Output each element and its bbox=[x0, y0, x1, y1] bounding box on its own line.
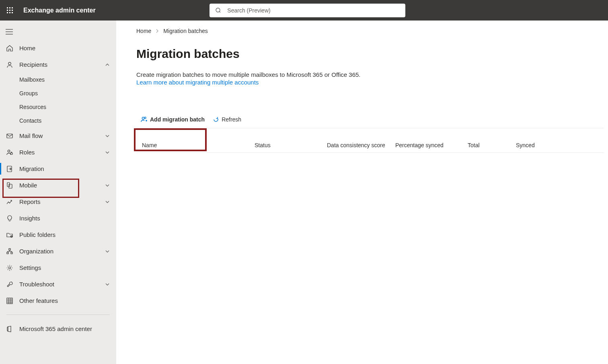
sidebar-item-label: Microsoft 365 admin center bbox=[19, 325, 111, 332]
svg-rect-6 bbox=[7, 12, 8, 13]
add-migration-batch-button[interactable]: Add migration batch bbox=[140, 116, 205, 123]
migration-icon bbox=[6, 165, 14, 173]
mail-icon bbox=[6, 132, 14, 140]
sidebar-item-mailflow[interactable]: Mail flow bbox=[0, 128, 116, 144]
sidebar-item-label: Resources bbox=[19, 104, 111, 110]
breadcrumb: Home Migration batches bbox=[136, 28, 608, 34]
sidebar-item-label: Roles bbox=[19, 149, 104, 156]
m365-icon bbox=[6, 325, 14, 333]
sidebar-item-recipients[interactable]: Recipients bbox=[0, 56, 116, 73]
app-title: Exchange admin center bbox=[23, 7, 96, 14]
chevron-down-icon bbox=[104, 182, 111, 189]
sidebar-item-label: Contacts bbox=[19, 117, 111, 124]
svg-rect-22 bbox=[9, 249, 10, 250]
svg-rect-24 bbox=[11, 252, 12, 254]
svg-rect-1 bbox=[9, 7, 10, 8]
reports-icon bbox=[6, 198, 14, 206]
svg-point-25 bbox=[9, 267, 11, 269]
app-launcher-button[interactable] bbox=[4, 4, 16, 16]
button-label: Refresh bbox=[222, 116, 241, 123]
breadcrumb-home-link[interactable]: Home bbox=[136, 28, 151, 34]
sidebar-item-publicfolders[interactable]: Public folders bbox=[0, 226, 116, 243]
page-description: Create migration batches to move multipl… bbox=[136, 71, 608, 78]
waffle-icon bbox=[7, 7, 13, 14]
svg-point-31 bbox=[142, 117, 144, 119]
folders-icon bbox=[6, 231, 14, 239]
table-header-row: Name Status Data consistency score Perce… bbox=[136, 138, 604, 153]
hamburger-icon bbox=[6, 29, 13, 35]
svg-rect-5 bbox=[12, 10, 13, 11]
sidebar-item-label: Mobile bbox=[19, 182, 104, 189]
sidebar-item-label: Settings bbox=[19, 264, 111, 271]
sidebar-item-resources[interactable]: Resources bbox=[0, 100, 116, 114]
sidebar-item-label: Reports bbox=[19, 198, 104, 205]
sidebar-item-label: Organization bbox=[19, 248, 104, 255]
sidebar-item-label: Other features bbox=[19, 297, 111, 304]
org-icon bbox=[6, 247, 14, 255]
table-header-name[interactable]: Name bbox=[142, 142, 255, 148]
main-content: Home Migration batches Migration batches… bbox=[116, 21, 608, 364]
grid-icon bbox=[6, 297, 14, 305]
sidebar-item-settings[interactable]: Settings bbox=[0, 259, 116, 276]
table-header-total[interactable]: Total bbox=[468, 142, 516, 148]
table-header-percentage[interactable]: Percentage synced bbox=[395, 142, 468, 148]
mobile-icon bbox=[6, 181, 14, 189]
command-bar: Add migration batch Refresh bbox=[136, 111, 604, 128]
sidebar-item-groups[interactable]: Groups bbox=[0, 86, 116, 100]
sidebar-item-label: Mailboxes bbox=[19, 76, 111, 83]
insights-icon bbox=[6, 214, 14, 222]
svg-rect-7 bbox=[9, 12, 10, 13]
sidebar-item-m365-admin[interactable]: Microsoft 365 admin center bbox=[0, 321, 116, 337]
sidebar-item-reports[interactable]: Reports bbox=[0, 193, 116, 210]
sidebar-item-label: Groups bbox=[19, 90, 111, 97]
table-header-synced[interactable]: Synced bbox=[516, 142, 564, 148]
troubleshoot-icon bbox=[6, 280, 14, 288]
nav-toggle-button[interactable] bbox=[0, 24, 116, 40]
sidebar-item-label: Insights bbox=[19, 215, 111, 222]
chevron-down-icon bbox=[104, 133, 111, 139]
top-app-bar: Exchange admin center bbox=[0, 0, 608, 21]
sidebar-divider bbox=[6, 315, 110, 315]
sidebar-item-label: Migration bbox=[19, 165, 111, 172]
search-container bbox=[210, 4, 405, 17]
breadcrumb-current: Migration batches bbox=[163, 28, 208, 34]
chevron-down-icon bbox=[104, 281, 111, 288]
roles-icon bbox=[6, 148, 14, 156]
sidebar-item-home[interactable]: Home bbox=[0, 40, 116, 56]
migration-batches-table: Name Status Data consistency score Perce… bbox=[136, 138, 604, 153]
home-icon bbox=[6, 44, 14, 52]
svg-line-10 bbox=[220, 11, 221, 12]
page-title: Migration batches bbox=[136, 47, 608, 61]
table-header-status[interactable]: Status bbox=[255, 142, 327, 148]
refresh-button[interactable]: Refresh bbox=[213, 116, 241, 123]
sidebar-item-roles[interactable]: Roles bbox=[0, 144, 116, 160]
svg-point-14 bbox=[8, 62, 11, 64]
sidebar-item-organization[interactable]: Organization bbox=[0, 243, 116, 259]
sidebar-item-label: Troubleshoot bbox=[19, 281, 104, 288]
sidebar-item-label: Public folders bbox=[19, 231, 111, 238]
chevron-right-icon bbox=[155, 29, 159, 33]
chevron-down-icon bbox=[104, 248, 111, 255]
sidebar-item-migration[interactable]: Migration bbox=[0, 160, 116, 177]
sidebar: Home Recipients Mailboxes Groups Resourc… bbox=[0, 21, 116, 364]
svg-rect-20 bbox=[9, 184, 12, 188]
button-label: Add migration batch bbox=[150, 116, 205, 123]
learn-more-link[interactable]: Learn more about migrating multiple acco… bbox=[136, 79, 259, 86]
sidebar-item-mobile[interactable]: Mobile bbox=[0, 177, 116, 193]
add-people-icon bbox=[140, 116, 148, 123]
sidebar-item-otherfeatures[interactable]: Other features bbox=[0, 292, 116, 309]
sidebar-item-mailboxes[interactable]: Mailboxes bbox=[0, 73, 116, 86]
sidebar-item-contacts[interactable]: Contacts bbox=[0, 114, 116, 128]
svg-point-32 bbox=[144, 117, 146, 119]
table-header-consistency[interactable]: Data consistency score bbox=[327, 142, 395, 148]
svg-rect-4 bbox=[9, 10, 10, 11]
person-icon bbox=[6, 61, 14, 69]
svg-rect-3 bbox=[7, 10, 8, 11]
search-input[interactable] bbox=[210, 4, 405, 17]
sidebar-item-troubleshoot[interactable]: Troubleshoot bbox=[0, 276, 116, 292]
chevron-down-icon bbox=[104, 199, 111, 205]
sidebar-item-label: Home bbox=[19, 45, 111, 51]
refresh-icon bbox=[213, 116, 219, 123]
sidebar-item-insights[interactable]: Insights bbox=[0, 210, 116, 226]
sidebar-item-label: Mail flow bbox=[19, 132, 104, 139]
